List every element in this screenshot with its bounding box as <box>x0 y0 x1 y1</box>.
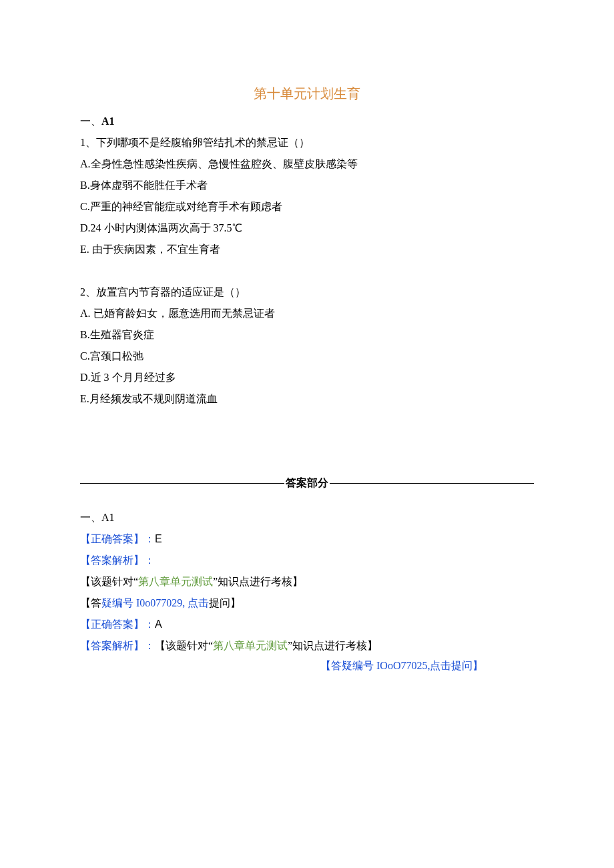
ans1-qnum-link[interactable]: 点击 <box>188 597 209 608</box>
q1-option-a: A.全身性急性感染性疾病、急慢性盆腔炎、腹壁皮肤感染等 <box>80 153 534 175</box>
ans1-qnum-open: 【答 <box>80 597 101 608</box>
q1-option-b: B.身体虚弱不能胜任手术者 <box>80 175 534 196</box>
ans2-correct-value: A <box>155 618 162 630</box>
answers-divider: 答案部分 <box>80 472 534 494</box>
ans2-qnum-block: 【答疑编号 IOoO77025,点击提问】 <box>320 657 521 676</box>
ans1-qnum-mid: 疑编号 I0o077029, <box>101 597 188 608</box>
ans1-note-topic: 第八章单元测试 <box>138 576 213 587</box>
answer-2: 【正确答案】：A 【答案解析】：【该题针对“第八章单元测试”知识点进行考核】 【… <box>80 614 534 676</box>
q2-option-a: A. 已婚育龄妇女，愿意选用而无禁忌证者 <box>80 303 534 324</box>
answers-label: 答案部分 <box>284 472 330 494</box>
q1-option-e: E. 由于疾病因素，不宜生育者 <box>80 239 534 260</box>
q1-option-c: C.严重的神经官能症或对绝育手术有顾虑者 <box>80 196 534 218</box>
ans2-qnum-link[interactable]: 点击提问 <box>430 660 473 671</box>
q1-stem: 1、下列哪项不是经腹输卵管结扎术的禁忌证（） <box>80 132 534 153</box>
q1-option-d: D.24 小时内测体温两次高于 37.5℃ <box>80 218 534 239</box>
ans2-correct: 【正确答案】：A <box>80 614 534 635</box>
q2-option-c: C.宫颈口松弛 <box>80 346 534 367</box>
answer-1: 【正确答案】：E 【答案解析】： 【该题针对“第八章单元测试”知识点进行考核】 … <box>80 528 534 614</box>
ans2-analysis-topic: 第八章单元测试 <box>213 640 288 651</box>
ans2-qnum-open: 【答疑编号 IOoO77025, <box>320 660 430 671</box>
q2-option-d: D.近 3 个月月经过多 <box>80 367 534 388</box>
ans2-analysis-row: 【答案解析】：【该题针对“第八章单元测试”知识点进行考核】 <box>80 635 534 657</box>
spacer <box>80 260 534 282</box>
heading-latin: A1 <box>101 115 115 127</box>
q2-option-e: E.月经频发或不规则阴道流血 <box>80 388 534 410</box>
ans2-analysis-open: 【该题针对“ <box>155 640 213 651</box>
ans1-note-close: ”知识点进行考核】 <box>213 576 303 587</box>
ans1-note: 【该题针对“第八章单元测试”知识点进行考核】 <box>80 571 534 592</box>
q2-option-b: B.生殖器官炎症 <box>80 324 534 346</box>
answers-section-heading: 一、A1 <box>80 507 534 528</box>
divider-rule-right <box>330 483 534 484</box>
document-page: 第十单元计划生育 一、A1 1、下列哪项不是经腹输卵管结扎术的禁忌证（） A.全… <box>0 0 614 676</box>
ans1-correct: 【正确答案】：E <box>80 528 534 550</box>
q2-stem: 2、放置宫内节育器的适应证是（） <box>80 282 534 303</box>
ans1-correct-value: E <box>155 533 162 544</box>
question-2: 2、放置宫内节育器的适应证是（） A. 已婚育龄妇女，愿意选用而无禁忌证者 B.… <box>80 282 534 410</box>
ans1-qnum-close: 提问】 <box>209 597 241 608</box>
ans2-correct-label: 【正确答案】： <box>80 618 155 630</box>
page-title: 第十单元计划生育 <box>80 80 534 107</box>
ans1-qnum: 【答疑编号 I0o077029, 点击提问】 <box>80 592 534 614</box>
heading-prefix: 一、 <box>80 115 101 127</box>
question-1: 1、下列哪项不是经腹输卵管结扎术的禁忌证（） A.全身性急性感染性疾病、急慢性盆… <box>80 132 534 260</box>
ans2-analysis-label: 【答案解析】： <box>80 640 155 651</box>
section-heading-a1: 一、A1 <box>80 111 534 132</box>
spacer <box>80 410 534 470</box>
ans1-note-open: 【该题针对“ <box>80 576 138 587</box>
ans1-analysis-label: 【答案解析】： <box>80 554 155 566</box>
ans1-correct-label: 【正确答案】： <box>80 533 155 544</box>
divider-rule-left <box>80 483 284 484</box>
ans2-qnum-close: 】 <box>473 660 483 671</box>
ans1-analysis-label-row: 【答案解析】： <box>80 550 534 571</box>
ans2-analysis-close: ”知识点进行考核】 <box>288 640 378 651</box>
